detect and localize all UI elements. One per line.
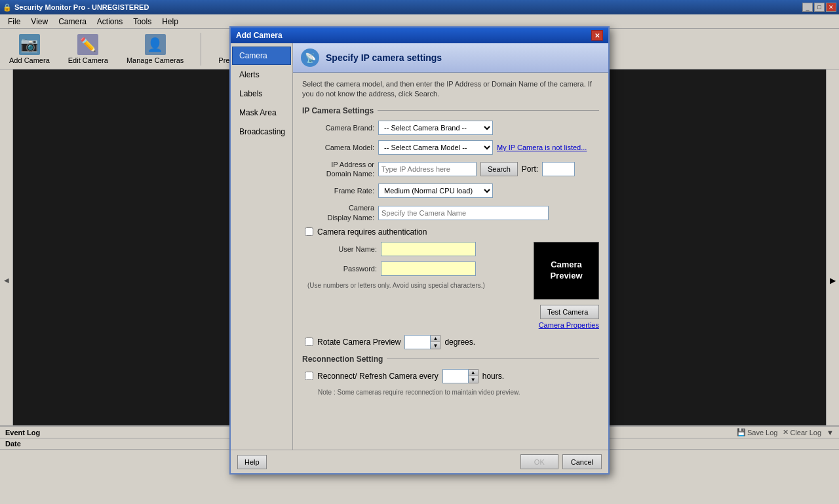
- add-camera-dialog: Add Camera ✕ Camera Alerts Labels Mask A…: [229, 26, 610, 475]
- camera-preview-box: Camera Preview: [534, 242, 599, 300]
- rotate-checkbox-label: Rotate Camera Preview: [317, 338, 400, 347]
- dialog-body: Camera Alerts Labels Mask Area Broadcast…: [231, 43, 608, 450]
- password-hint-text: (Use numbers or letters only. Avoid usin…: [307, 282, 485, 289]
- sidebar-item-broadcasting[interactable]: Broadcasting: [232, 123, 291, 141]
- username-label: User Name:: [305, 245, 377, 253]
- auth-checkbox[interactable]: [305, 227, 313, 236]
- camera-model-row: Camera Model: -- Select Camera Model -- …: [302, 140, 599, 155]
- camera-brand-select[interactable]: -- Select Camera Brand --: [378, 121, 493, 135]
- dialog-sidebar: Camera Alerts Labels Mask Area Broadcast…: [231, 43, 293, 450]
- reconnection-divider: [387, 359, 599, 359]
- dialog-title-bar: Add Camera ✕: [231, 28, 608, 43]
- test-camera-button[interactable]: Test Camera: [540, 305, 599, 319]
- camera-brand-label: Camera Brand:: [302, 124, 374, 132]
- spinbox-buttons[interactable]: ▲ ▼: [431, 335, 440, 349]
- rotate-preview-row: Rotate Camera Preview 180 ▲ ▼ degrees.: [305, 335, 599, 349]
- ip-address-row: IP Address orDomain Name: Search Port: 8…: [302, 160, 599, 179]
- dialog-header: 📡 Specify IP camera settings: [293, 43, 608, 73]
- rotate-checkbox[interactable]: [305, 338, 313, 346]
- footer-right-buttons: OK Cancel: [520, 454, 602, 469]
- dialog-footer: Help OK Cancel: [231, 450, 608, 473]
- hours-spinbox-buttons[interactable]: ▲ ▼: [469, 369, 478, 383]
- camera-model-select[interactable]: -- Select Camera Model --: [378, 140, 493, 155]
- hours-input[interactable]: 1: [442, 369, 469, 383]
- spinbox-up-btn[interactable]: ▲: [431, 336, 440, 343]
- sidebar-item-labels[interactable]: Labels: [232, 85, 291, 103]
- password-input[interactable]: [381, 262, 476, 276]
- password-label: Password:: [305, 265, 377, 273]
- port-label: Port:: [522, 165, 538, 174]
- dialog-title: Add Camera: [236, 31, 283, 40]
- frame-rate-label: Frame Rate:: [302, 187, 374, 195]
- camera-brand-row: Camera Brand: -- Select Camera Brand --: [302, 121, 599, 135]
- camera-preview-text: Camera Preview: [550, 260, 582, 282]
- auth-checkbox-label: Camera requires authentication: [317, 227, 427, 237]
- auth-fields: User Name: Password: (Use numbers or let…: [305, 242, 527, 319]
- ip-settings-label: IP Camera Settings: [302, 106, 374, 115]
- password-hint: (Use numbers or letters only. Avoid usin…: [307, 281, 527, 290]
- dialog-header-title: Specify IP camera settings: [326, 52, 442, 63]
- reconnection-section-header: Reconnection Setting: [302, 355, 599, 364]
- frame-rate-select[interactable]: Low (Minimum CPU load) Medium (Normal CP…: [378, 184, 493, 198]
- form-area: Select the camera model, and then enter …: [293, 73, 608, 402]
- port-input[interactable]: 80: [542, 162, 575, 176]
- sidebar-item-camera[interactable]: Camera: [232, 47, 291, 65]
- frame-rate-row: Frame Rate: Low (Minimum CPU load) Mediu…: [302, 184, 599, 198]
- hours-spinbox[interactable]: 1 ▲ ▼: [442, 369, 478, 383]
- preview-line1: Camera: [550, 260, 582, 271]
- camera-model-label: Camera Model:: [302, 144, 374, 151]
- camera-properties-link[interactable]: Camera Properties: [539, 321, 599, 329]
- display-name-row: CameraDisplay Name:: [302, 203, 599, 222]
- auth-section: User Name: Password: (Use numbers or let…: [305, 242, 599, 319]
- ip-address-label: IP Address orDomain Name:: [302, 160, 374, 179]
- auth-checkbox-row: Camera requires authentication: [305, 227, 599, 237]
- display-name-input[interactable]: [378, 206, 549, 220]
- camera-properties-row: Camera Properties: [302, 320, 599, 330]
- dialog-main-content: 📡 Specify IP camera settings Select the …: [293, 43, 608, 450]
- degrees-spinbox[interactable]: 180 ▲ ▼: [404, 335, 440, 349]
- username-input[interactable]: [381, 242, 476, 256]
- camera-icon: 📡: [305, 52, 316, 63]
- password-row: Password:: [305, 262, 527, 276]
- dialog-close-button[interactable]: ✕: [591, 30, 603, 41]
- section-divider: [378, 110, 599, 111]
- preview-section: Camera Preview Test Camera: [534, 242, 599, 319]
- reconnect-checkbox-label: Reconnect/ Refresh Camera every: [317, 372, 439, 381]
- ip-settings-section-header: IP Camera Settings: [302, 106, 599, 115]
- sidebar-item-alerts[interactable]: Alerts: [232, 66, 291, 84]
- preview-line2: Preview: [550, 271, 582, 282]
- my-ip-camera-link[interactable]: My IP Camera is not listed...: [497, 144, 587, 151]
- search-button[interactable]: Search: [480, 162, 518, 176]
- degrees-input[interactable]: 180: [404, 335, 431, 349]
- sidebar-item-mask-area[interactable]: Mask Area: [232, 104, 291, 122]
- dialog-header-icon: 📡: [301, 48, 319, 67]
- ok-button[interactable]: OK: [520, 454, 558, 469]
- cancel-button[interactable]: Cancel: [562, 454, 602, 469]
- ip-address-input[interactable]: [378, 162, 477, 176]
- display-name-label: CameraDisplay Name:: [302, 203, 374, 222]
- reconnect-checkbox-row: Reconnect/ Refresh Camera every 1 ▲ ▼ ho…: [305, 369, 599, 383]
- help-button[interactable]: Help: [237, 455, 267, 469]
- hours-label: hours.: [482, 372, 504, 381]
- username-row: User Name:: [305, 242, 527, 256]
- reconnect-checkbox[interactable]: [305, 372, 313, 380]
- hours-up-btn[interactable]: ▲: [469, 370, 478, 377]
- spinbox-down-btn[interactable]: ▼: [431, 342, 440, 349]
- degrees-label: degrees.: [444, 338, 475, 347]
- dialog-overlay: Add Camera ✕ Camera Alerts Labels Mask A…: [0, 0, 839, 491]
- hours-down-btn[interactable]: ▼: [469, 376, 478, 383]
- reconnection-note: Note : Some cameras require reconnection…: [318, 389, 599, 396]
- reconnect-section: Reconnect/ Refresh Camera every 1 ▲ ▼ ho…: [302, 369, 599, 396]
- description-text: Select the camera model, and then enter …: [302, 79, 599, 100]
- reconnection-label: Reconnection Setting: [302, 355, 383, 364]
